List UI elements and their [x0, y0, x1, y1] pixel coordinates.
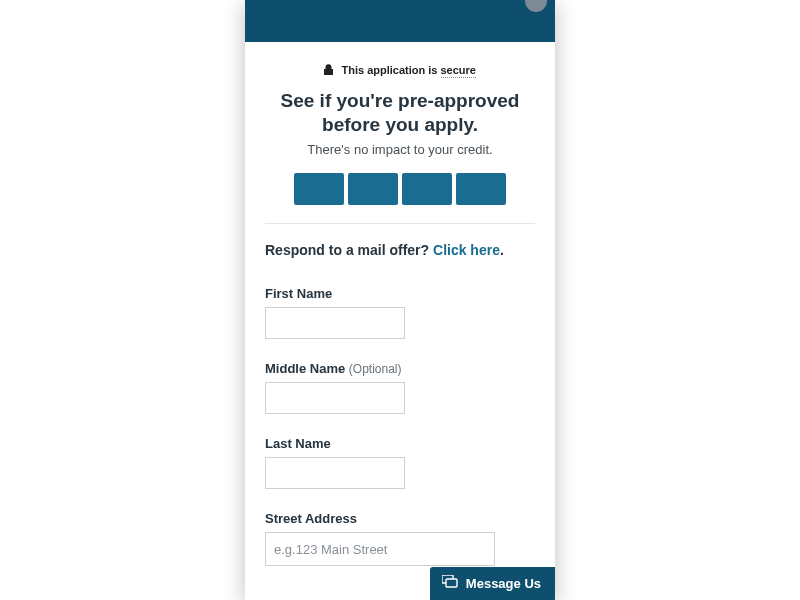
card-image — [456, 173, 506, 205]
mail-offer-text: Respond to a mail offer? — [265, 242, 433, 258]
first-name-group: First Name — [265, 286, 535, 339]
lock-icon — [324, 61, 333, 79]
secure-text: This application is secure — [341, 64, 476, 78]
page-subtitle: There's no impact to your credit. — [265, 142, 535, 157]
svg-rect-1 — [446, 579, 457, 587]
middle-name-label: Middle Name (Optional) — [265, 361, 535, 376]
middle-name-input[interactable] — [265, 382, 405, 414]
main-content: This application is secure See if you're… — [245, 42, 555, 566]
last-name-group: Last Name — [265, 436, 535, 489]
last-name-label: Last Name — [265, 436, 535, 451]
card-image — [348, 173, 398, 205]
card-image — [402, 173, 452, 205]
first-name-input[interactable] — [265, 307, 405, 339]
mail-offer-prompt: Respond to a mail offer? Click here. — [265, 242, 535, 258]
app-viewport: This application is secure See if you're… — [245, 0, 555, 600]
page-title: See if you're pre-approved before you ap… — [265, 89, 535, 137]
first-name-label: First Name — [265, 286, 535, 301]
card-images-row — [265, 173, 535, 205]
message-us-button[interactable]: Message Us — [430, 567, 555, 600]
header-circle-decoration — [525, 0, 547, 12]
street-address-input[interactable] — [265, 532, 495, 566]
optional-indicator: (Optional) — [349, 362, 402, 376]
street-address-group: Street Address — [265, 511, 535, 566]
middle-name-group: Middle Name (Optional) — [265, 361, 535, 414]
chat-icon — [442, 575, 458, 592]
mail-offer-link[interactable]: Click here — [433, 242, 500, 258]
mail-offer-suffix: . — [500, 242, 504, 258]
header-bar — [245, 0, 555, 42]
secure-notice: This application is secure — [265, 60, 535, 79]
last-name-input[interactable] — [265, 457, 405, 489]
card-image — [294, 173, 344, 205]
street-address-label: Street Address — [265, 511, 535, 526]
message-us-label: Message Us — [466, 576, 541, 591]
section-divider — [265, 223, 535, 224]
